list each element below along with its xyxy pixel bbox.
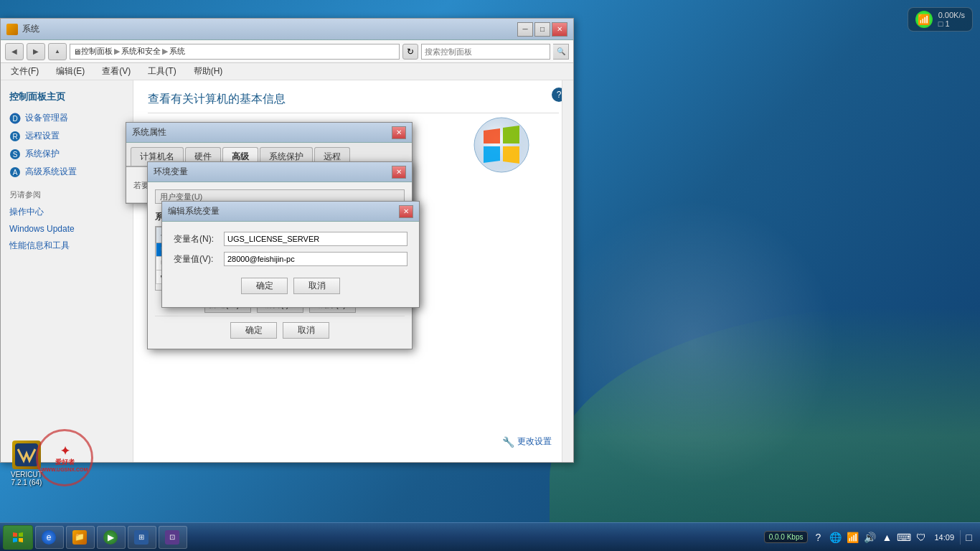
var-value-input[interactable] xyxy=(224,252,407,266)
show-desktop-button[interactable]: □ xyxy=(960,530,974,545)
sidebar-item-system-protection[interactable]: S 系统保护 xyxy=(1,145,133,163)
wifi-icon: 📶 xyxy=(915,11,933,28)
tray-sound-icon[interactable]: 🔊 xyxy=(862,530,877,545)
start-windows-icon xyxy=(12,532,24,543)
sysprops-title-text: 系统属性 xyxy=(132,126,392,138)
performance-label: 性能信息和工具 xyxy=(9,240,70,252)
taskbar: e 📁 ▶ ⊞ ⊡ 0.0.0 Kbps ? 🌐 📶 🔊 ▲ ⌨ 🛡 14:09… xyxy=(0,522,980,551)
forward-button[interactable]: ▶ xyxy=(27,43,45,60)
minimize-button[interactable]: ─ xyxy=(517,22,533,37)
sidebar-title[interactable]: 控制面板主页 xyxy=(1,88,133,109)
envvars-titlebar: 环境变量 ✕ xyxy=(148,162,412,182)
editvar-content: 变量名(N): 变量值(V): 确定 取消 xyxy=(162,222,419,307)
taskbar-app-media[interactable]: ▶ xyxy=(97,526,126,549)
taskbar-app-explorer[interactable]: 📁 xyxy=(66,526,95,549)
tray-network-icon[interactable]: 🌐 xyxy=(828,530,842,545)
vericut-label: VERICUT 7.2.1 (64) xyxy=(11,471,42,486)
explorer-icon: 📁 xyxy=(72,530,87,545)
tray-help-icon[interactable]: ? xyxy=(811,530,825,545)
editvar-ok-cancel: 确定 取消 xyxy=(174,272,407,297)
svg-text:S: S xyxy=(13,151,18,159)
search-input[interactable] xyxy=(421,44,550,60)
network-info: 0.00K/s □ 1 xyxy=(938,11,965,28)
sidebar-item-performance[interactable]: 性能信息和工具 xyxy=(1,237,133,255)
var-value-label: 变量值(V): xyxy=(174,253,224,265)
windows-update-label: Windows Update xyxy=(9,224,75,234)
window-controls: ─ □ ✕ xyxy=(517,22,567,37)
menu-tools[interactable]: 工具(T) xyxy=(145,64,179,79)
address-sep1: ▶ xyxy=(113,47,121,56)
editvar-title-text: 编辑系统变量 xyxy=(168,205,399,217)
search-button[interactable]: 🔍 xyxy=(553,44,569,60)
menu-bar: 文件(F) 编辑(E) 查看(V) 工具(T) 帮助(H) xyxy=(1,63,573,80)
refresh-button[interactable]: ↻ xyxy=(402,44,418,60)
address-part2-text: 系统和安全 xyxy=(121,46,161,57)
system-logo xyxy=(473,116,530,176)
clock[interactable]: 14:09 xyxy=(931,533,957,542)
device-manager-icon: D xyxy=(9,113,21,124)
change-settings-link[interactable]: 🔧 更改设置 xyxy=(502,435,552,448)
editvar-close-button[interactable]: ✕ xyxy=(399,205,413,218)
close-button[interactable]: ✕ xyxy=(552,22,567,37)
var-name-label: 变量名(N): xyxy=(174,233,224,245)
up-button[interactable]: ▲ xyxy=(48,43,67,60)
window-title-icon xyxy=(6,24,18,35)
misc-icon: ⊡ xyxy=(165,530,179,545)
taskbar-app-ie[interactable]: e xyxy=(35,526,64,549)
var-name-input[interactable] xyxy=(224,232,407,246)
envvars-ok-cancel: 确定 取消 xyxy=(155,316,405,342)
address-bar: ◀ ▶ ▲ 🖥 控制面板 ▶ 系统和安全 ▶ 系统 ↻ 🔍 xyxy=(1,40,573,63)
envvars-cancel-button[interactable]: 取消 xyxy=(283,322,329,339)
advanced-icon: A xyxy=(9,166,21,178)
sidebar-item-advanced[interactable]: A 高级系统设置 xyxy=(1,163,133,181)
svg-text:A: A xyxy=(13,169,18,176)
action-center-label: 操作中心 xyxy=(9,206,44,218)
network-widget[interactable]: 📶 0.00K/s □ 1 xyxy=(908,7,973,32)
sysprops-close-button[interactable]: ✕ xyxy=(392,126,406,139)
menu-view[interactable]: 查看(V) xyxy=(99,64,133,79)
taskbar-app-calc[interactable]: ⊞ xyxy=(128,526,156,549)
tray-arrow-icon[interactable]: ▲ xyxy=(880,530,894,545)
sidebar-item-device-manager[interactable]: D 设备管理器 xyxy=(1,109,133,127)
menu-file[interactable]: 文件(F) xyxy=(8,64,42,79)
back-button[interactable]: ◀ xyxy=(5,43,24,60)
editvar-cancel-button[interactable]: 取消 xyxy=(293,278,340,294)
envvars-ok-button[interactable]: 确定 xyxy=(230,322,277,339)
sidebar-item-remote[interactable]: R 远程设置 xyxy=(1,127,133,145)
calc-icon: ⊞ xyxy=(134,530,149,545)
address-sep2: ▶ xyxy=(161,47,169,56)
address-part1-text: 控制面板 xyxy=(81,46,113,57)
tray-keyboard-icon[interactable]: ⌨ xyxy=(897,530,911,545)
also-section-title: 另请参阅 xyxy=(1,181,133,203)
panel-title: 查看有关计算机的基本信息 xyxy=(148,92,559,113)
tray-uac-icon[interactable]: 🛡 xyxy=(914,530,928,545)
media-icon: ▶ xyxy=(103,530,118,545)
envvars-title-text: 环境变量 xyxy=(154,166,392,178)
window-title-text: 系统 xyxy=(22,23,517,35)
change-settings-text: 更改设置 xyxy=(517,435,552,448)
address-part3-text: 系统 xyxy=(169,46,185,57)
envvars-close-button[interactable]: ✕ xyxy=(392,166,406,179)
taskbar-app-misc[interactable]: ⊡ xyxy=(159,526,187,549)
scrollbar[interactable] xyxy=(562,80,573,462)
taskbar-right: 0.0.0 Kbps ? 🌐 📶 🔊 ▲ ⌨ 🛡 14:09 □ xyxy=(764,530,977,545)
menu-help[interactable]: 帮助(H) xyxy=(191,64,226,79)
ie-icon: e xyxy=(42,530,56,545)
sidebar-item-action-center[interactable]: 操作中心 xyxy=(1,203,133,221)
maximize-button[interactable]: □ xyxy=(534,22,550,37)
svg-text:R: R xyxy=(12,133,17,141)
sidebar-item-windows-update[interactable]: Windows Update xyxy=(1,221,133,237)
network-speed: 0.00K/s xyxy=(938,11,965,19)
svg-point-8 xyxy=(474,118,529,172)
menu-edit[interactable]: 编辑(E) xyxy=(53,64,88,79)
network-connections: □ 1 xyxy=(938,19,965,28)
tray-wifi-icon[interactable]: 📶 xyxy=(845,530,859,545)
sidebar-item-remote-label: 远程设置 xyxy=(25,130,60,142)
var-name-row: 变量名(N): xyxy=(174,232,407,246)
address-box[interactable]: 🖥 控制面板 ▶ 系统和安全 ▶ 系统 xyxy=(70,44,400,60)
editvar-ok-button[interactable]: 确定 xyxy=(241,278,288,294)
start-button[interactable] xyxy=(3,525,33,550)
speed-indicator: 0.0.0 Kbps xyxy=(764,531,809,543)
address-part1: 🖥 xyxy=(73,47,81,56)
desktop: 📶 0.00K/s □ 1 系统 ─ □ ✕ ◀ ▶ ▲ 🖥 控制面板 ▶ xyxy=(0,0,980,522)
